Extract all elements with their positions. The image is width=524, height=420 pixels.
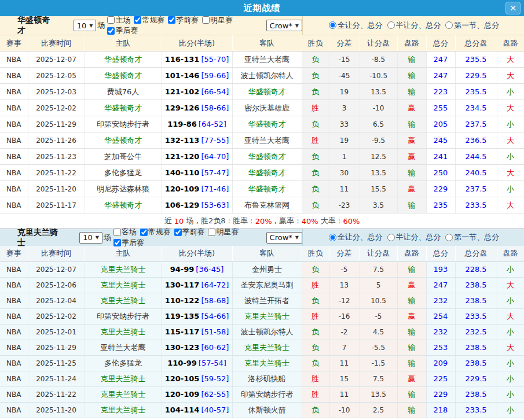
date-cell: 2025-11-23	[28, 149, 85, 165]
over-under-cell: 小	[497, 293, 524, 308]
league-cell: NBA	[0, 355, 28, 371]
handicap-mode-radio[interactable]	[387, 234, 395, 241]
column-header: 盘路	[397, 35, 426, 51]
filter-checkboxes: 主场 常规赛 季前赛	[106, 15, 263, 36]
final-score: 121-102	[165, 87, 200, 96]
column-header: 比赛时间	[28, 35, 85, 51]
half-score: [36-45]	[196, 265, 223, 274]
over-under-cell: 大	[497, 197, 524, 213]
filter-left: 华盛顿奇才 10 ▼ 场 主场 常	[0, 16, 302, 35]
filter-checkbox[interactable]	[113, 239, 121, 246]
handicap-result-cell: 输	[397, 68, 426, 84]
filter-checkbox[interactable]	[202, 16, 210, 24]
result-cell: 负	[302, 165, 329, 181]
handicap-mode-radio[interactable]	[387, 21, 395, 29]
filter-checkbox-label: 季前赛	[176, 15, 199, 25]
radio-group: 全让分、总分 半让分、总分 第一节、总分	[327, 232, 500, 243]
half-score: [59-52]	[201, 374, 229, 383]
filter-checkbox[interactable]	[140, 229, 148, 236]
score-cell: 130-117[64-72]	[162, 277, 232, 293]
handicap-result-cell: 输	[397, 197, 426, 213]
half-score: [64-70]	[201, 152, 229, 161]
over-under-cell: 小	[497, 355, 524, 371]
away-team-cell: 波士顿凯尔特人	[232, 324, 302, 340]
filter-checkbox-item: 常规赛	[133, 15, 164, 25]
half-score: [71-46]	[201, 185, 229, 193]
filter-checkbox[interactable]	[107, 27, 115, 35]
final-score: 121-120	[165, 152, 200, 161]
filter-checkbox[interactable]	[168, 16, 175, 24]
games-count-select[interactable]: 10 ▼	[74, 20, 97, 31]
dropdown-arrow-icon: ▼	[89, 23, 93, 28]
table-body: NBA 2025-12-07 华盛顿奇才 116-131[55-70] 亚特兰大…	[0, 51, 524, 213]
handicap-line-cell: -10	[360, 100, 397, 116]
odds-company-select[interactable]: Crow* ▼	[266, 232, 302, 244]
filter-checkbox[interactable]	[134, 16, 141, 24]
filter-checkbox[interactable]	[208, 229, 215, 236]
date-cell: 2025-12-04	[28, 293, 85, 308]
over-under-cell: 小	[497, 261, 524, 277]
over-under-cell: 小	[497, 116, 524, 132]
filter-checkbox[interactable]	[113, 229, 121, 236]
point-diff-cell: -16	[329, 308, 360, 324]
date-cell: 2025-11-17	[28, 197, 85, 213]
handicap-mode-radio[interactable]	[329, 234, 336, 241]
filter-checkbox-item: 季前赛	[167, 15, 199, 25]
filter-left: 克里夫兰骑士 10 ▼ 场 客场	[0, 229, 302, 246]
away-team-cell: 圣安东尼奥马刺	[232, 277, 302, 293]
away-team-cell: 印第安纳步行者	[232, 386, 302, 402]
half-score: [54-66]	[201, 312, 229, 320]
date-cell: 2025-11-29	[28, 340, 85, 355]
filter-checkbox-label: 主场	[115, 15, 130, 25]
over-under-cell: 大	[497, 277, 524, 293]
handicap-mode-radio[interactable]	[329, 21, 336, 29]
half-score: [60-62]	[201, 343, 229, 352]
total-line-cell: 233.5	[455, 402, 497, 418]
games-count-select[interactable]: 10 ▼	[79, 232, 102, 244]
table-row: NBA 2025-12-04 克里夫兰骑士 110-122[58-68] 波特兰…	[0, 293, 524, 308]
total-points-cell: 253	[426, 340, 455, 355]
games-count-suffix: 场	[97, 20, 105, 31]
handicap-mode-radio-label: 半让分、总分	[396, 232, 441, 242]
date-cell: 2025-11-25	[28, 355, 85, 371]
league-cell: NBA	[0, 181, 28, 197]
total-line-cell: 244.5	[455, 149, 497, 165]
final-score: 94-99	[170, 265, 195, 274]
handicap-mode-radio[interactable]	[445, 234, 453, 241]
close-button[interactable]: ✕	[505, 2, 521, 14]
score-cell: 110-99[57-54]	[162, 355, 232, 371]
filter-checkbox[interactable]	[174, 229, 182, 236]
odds-company-select[interactable]: Crow* ▼	[266, 20, 302, 31]
summary-segment: 近	[164, 216, 174, 226]
column-header: 总分	[426, 246, 455, 261]
dropdown-arrow-icon: ▼	[295, 235, 299, 240]
column-header: 分差	[329, 35, 360, 51]
handicap-result-cell: 输	[397, 386, 426, 402]
table-row: NBA 2025-11-20 明尼苏达森林狼 120-109[71-46] 华盛…	[0, 181, 524, 197]
point-diff-cell: 3	[329, 100, 360, 116]
header-row: 赛事比赛时间主队比分(半场)客队胜负分差让分盘盘路总分总分盘盘路	[0, 35, 524, 51]
final-score: 104-114	[165, 406, 200, 414]
filter-checkbox-label: 明星赛	[210, 15, 233, 25]
result-cell: 胜	[302, 132, 329, 149]
result-cell: 负	[302, 197, 329, 213]
table-row: NBA 2025-11-17 华盛顿奇才 106-129[53-63] 布鲁克林…	[0, 197, 524, 213]
total-points-cell: 232	[426, 324, 455, 340]
filter-checkbox[interactable]	[107, 16, 115, 24]
table-row: NBA 2025-12-01 克里夫兰骑士 115-117[51-58] 波士顿…	[0, 324, 524, 340]
home-team-cell: 多伦多猛龙	[85, 355, 162, 371]
over-under-cell: 小	[497, 402, 524, 418]
section-cavaliers: 克里夫兰骑士 10 ▼ 场 客场	[0, 229, 524, 418]
title-bar: 近期战绩 ✕	[0, 0, 524, 16]
league-cell: NBA	[0, 402, 28, 418]
handicap-mode-radio-item: 全让分、总分	[328, 232, 383, 242]
column-header: 盘路	[397, 246, 426, 261]
handicap-mode-radio[interactable]	[445, 21, 453, 29]
result-cell: 胜	[302, 277, 329, 293]
column-header: 赛事	[0, 246, 28, 261]
result-cell: 负	[302, 261, 329, 277]
league-cell: NBA	[0, 371, 28, 386]
home-team-cell: 克里夫兰骑士	[85, 277, 162, 293]
total-line-cell: 237.5	[455, 181, 497, 197]
home-team-cell: 多伦多猛龙	[85, 165, 162, 181]
